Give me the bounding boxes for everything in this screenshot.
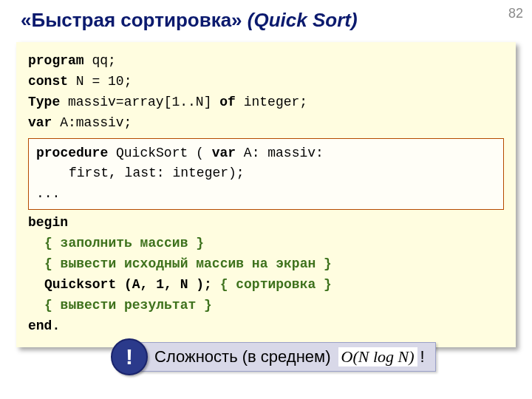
- code-text: ...: [36, 186, 60, 201]
- comment: { сортировка }: [212, 277, 332, 292]
- keyword: var: [28, 115, 52, 130]
- callout-trail: !: [420, 347, 425, 366]
- code-line: { заполнить массив }: [28, 233, 504, 254]
- code-text: integer;: [236, 95, 307, 109]
- code-text: qq;: [84, 53, 116, 68]
- code-line: { вывести исходный массив на экран }: [28, 254, 504, 275]
- keyword: Type: [28, 95, 60, 109]
- code-line: Quicksort (A, 1, N ); { сортировка }: [28, 275, 504, 296]
- code-text: A: massiv:: [236, 146, 324, 160]
- keyword: const: [28, 74, 68, 89]
- slide-title: «Быстрая сортировка» (Quick Sort): [0, 0, 532, 39]
- complexity-callout: ! Сложность (в среднем) O(N log N) !: [111, 338, 436, 375]
- code-text: A:massiv;: [52, 115, 132, 130]
- code-block: program qq; const N = 10; Type massiv=ar…: [16, 42, 516, 347]
- code-line: begin: [28, 213, 504, 233]
- keyword: procedure: [36, 146, 108, 160]
- code-line: end.: [28, 316, 504, 337]
- code-line: Type massiv=array[1..N] of integer;: [28, 92, 504, 113]
- code-line: first, last: integer);: [36, 163, 496, 184]
- keyword: var: [212, 146, 236, 160]
- procedure-box: procedure QuickSort ( var A: massiv: fir…: [28, 138, 504, 211]
- callout-label: Сложность (в среднем): [154, 347, 331, 366]
- comment: { заполнить массив }: [44, 236, 204, 250]
- code-text: first, last: integer);: [69, 166, 245, 180]
- code-text: QuickSort (: [108, 146, 211, 160]
- keyword: of: [219, 95, 236, 109]
- code-line: ...: [36, 184, 496, 205]
- comment: { вывести исходный массив на экран }: [44, 256, 332, 271]
- code-call: Quicksort (A, 1, N );: [44, 277, 212, 292]
- title-main: «Быстрая сортировка»: [21, 9, 242, 31]
- exclamation-icon: !: [111, 338, 148, 375]
- code-line: procedure QuickSort ( var A: massiv:: [36, 143, 496, 164]
- code-text: massiv=array[1..N]: [60, 95, 219, 109]
- code-line: const N = 10;: [28, 72, 504, 92]
- complexity-formula: O(N log N): [338, 347, 417, 366]
- code-line: var A:massiv;: [28, 113, 504, 134]
- code-line: program qq;: [28, 51, 504, 72]
- title-italic: (Quick Sort): [248, 9, 358, 31]
- comment: { вывести результат }: [44, 298, 212, 313]
- keyword: end.: [28, 318, 60, 333]
- code-text: N = 10;: [68, 74, 132, 89]
- slide-number: 82: [508, 6, 523, 21]
- keyword: begin: [28, 215, 68, 230]
- callout-bar: Сложность (в среднем) O(N log N) !: [134, 342, 436, 372]
- keyword: program: [28, 53, 84, 68]
- code-line: { вывести результат }: [28, 296, 504, 316]
